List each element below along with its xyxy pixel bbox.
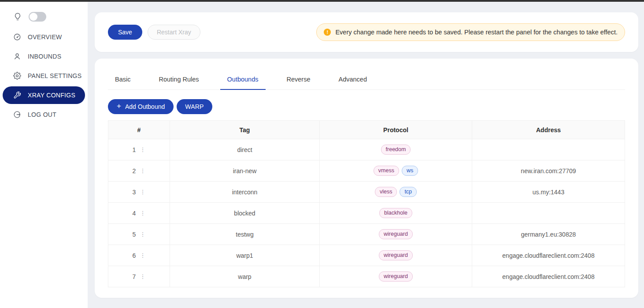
row-menu-icon[interactable]: ⋮ bbox=[140, 274, 145, 279]
config-tabs: Basic Routing Rules Outbounds Reverse Ad… bbox=[108, 70, 625, 90]
sidebar-item-label: XRAY CONFIGS bbox=[28, 92, 75, 99]
protocol-badge: vless bbox=[375, 187, 397, 197]
row-number: 5 bbox=[133, 231, 136, 238]
warning-alert: ! Every change made here needs to be sav… bbox=[316, 23, 625, 41]
protocol-badge: freedom bbox=[381, 145, 411, 155]
outbound-tag: iran-new bbox=[170, 160, 320, 182]
table-row: 2⋮iran-newvmesswsnew.iran.com:27709 bbox=[108, 160, 625, 182]
sidebar-item-inbounds[interactable]: INBOUNDS bbox=[3, 48, 85, 65]
sidebar-item-overview[interactable]: OVERVIEW bbox=[3, 28, 85, 46]
theme-toggle-row bbox=[0, 7, 88, 26]
column-header-protocol: Protocol bbox=[320, 121, 472, 139]
row-number-wrap: 4⋮ bbox=[133, 210, 146, 217]
tab-basic[interactable]: Basic bbox=[108, 70, 137, 89]
row-menu-icon[interactable]: ⋮ bbox=[140, 147, 145, 152]
table-row: 5⋮testwgwireguardgermany1.eu:30828 bbox=[108, 224, 625, 245]
row-number-cell: 7⋮ bbox=[108, 266, 170, 287]
dashboard-icon bbox=[13, 33, 21, 41]
row-number-cell: 4⋮ bbox=[108, 203, 170, 224]
protocol-badge: wireguard bbox=[379, 271, 413, 282]
outbounds-table: # Tag Protocol Address 1⋮directfreedom2⋮… bbox=[108, 120, 625, 287]
sidebar-item-xray-configs[interactable]: XRAY CONFIGS bbox=[3, 86, 85, 104]
table-header-row: # Tag Protocol Address bbox=[108, 121, 625, 139]
toggle-knob bbox=[30, 13, 37, 21]
dark-mode-toggle[interactable] bbox=[29, 12, 46, 22]
protocol-badge: wireguard bbox=[379, 250, 413, 260]
protocol-cell: wireguard bbox=[320, 224, 472, 245]
protocol-cell: freedom bbox=[320, 139, 472, 160]
bulb-icon bbox=[13, 12, 22, 21]
row-menu-icon[interactable]: ⋮ bbox=[140, 231, 145, 237]
protocol-badge: tcp bbox=[400, 187, 417, 197]
row-number-wrap: 2⋮ bbox=[133, 167, 146, 174]
tab-routing-rules[interactable]: Routing Rules bbox=[152, 70, 206, 89]
table-row: 7⋮warpwireguardengage.cloudflareclient.c… bbox=[108, 266, 625, 287]
row-menu-icon[interactable]: ⋮ bbox=[140, 252, 145, 258]
row-number: 4 bbox=[133, 210, 136, 217]
row-number-cell: 3⋮ bbox=[108, 182, 170, 203]
outbound-tag: interconn bbox=[170, 182, 320, 203]
row-number-wrap: 1⋮ bbox=[133, 146, 146, 153]
table-row: 1⋮directfreedom bbox=[108, 139, 625, 160]
row-number-wrap: 6⋮ bbox=[133, 252, 146, 259]
save-button[interactable]: Save bbox=[108, 25, 142, 40]
add-outbound-button[interactable]: + Add Outbound bbox=[108, 99, 174, 114]
column-header-tag: Tag bbox=[170, 121, 320, 139]
warp-button[interactable]: WARP bbox=[177, 99, 212, 114]
toolbar-card: Save Restart Xray ! Every change made he… bbox=[95, 12, 638, 52]
restart-xray-button[interactable]: Restart Xray bbox=[148, 25, 200, 40]
outbound-actions: + Add Outbound WARP bbox=[108, 99, 625, 114]
outbound-address bbox=[472, 139, 625, 160]
outbound-address: engage.cloudflareclient.com:2408 bbox=[472, 266, 625, 287]
protocol-badge: vmess bbox=[374, 166, 399, 176]
row-menu-icon[interactable]: ⋮ bbox=[140, 189, 145, 195]
toolbar-buttons: Save Restart Xray bbox=[108, 25, 200, 40]
main-content: Save Restart Xray ! Every change made he… bbox=[88, 2, 644, 308]
row-number-cell: 6⋮ bbox=[108, 245, 170, 266]
plus-icon: + bbox=[117, 102, 121, 111]
row-number: 3 bbox=[133, 189, 136, 196]
tab-advanced[interactable]: Advanced bbox=[332, 70, 374, 89]
sidebar-item-label: PANEL SETTINGS bbox=[28, 72, 81, 79]
protocol-cell: wireguard bbox=[320, 266, 472, 287]
user-icon bbox=[13, 52, 21, 60]
outbound-address: us.my:1443 bbox=[472, 182, 625, 203]
row-number: 7 bbox=[133, 273, 136, 280]
window-top-edge bbox=[0, 0, 644, 2]
warning-alert-text: Every change made here needs to be saved… bbox=[335, 29, 618, 36]
row-number: 6 bbox=[133, 252, 136, 259]
row-number-cell: 1⋮ bbox=[108, 139, 170, 160]
row-number-cell: 2⋮ bbox=[108, 160, 170, 182]
warning-icon: ! bbox=[324, 29, 331, 36]
sidebar-item-log-out[interactable]: LOG OUT bbox=[3, 106, 85, 123]
protocol-cell: vlesstcp bbox=[320, 182, 472, 203]
tab-outbounds[interactable]: Outbounds bbox=[220, 70, 266, 89]
sidebar-item-label: LOG OUT bbox=[28, 111, 56, 118]
sidebar-item-panel-settings[interactable]: PANEL SETTINGS bbox=[3, 67, 85, 85]
sidebar: OVERVIEW INBOUNDS PANEL SETTINGS bbox=[0, 2, 88, 308]
protocol-cell: vmessws bbox=[320, 160, 472, 182]
outbound-address bbox=[472, 203, 625, 224]
wrench-icon bbox=[13, 91, 21, 99]
protocol-cell: blackhole bbox=[320, 203, 472, 224]
table-row: 4⋮blockedblackhole bbox=[108, 203, 625, 224]
sidebar-item-label: INBOUNDS bbox=[28, 53, 61, 60]
row-number: 1 bbox=[133, 146, 136, 153]
protocol-badge: blackhole bbox=[379, 208, 412, 218]
row-number-cell: 5⋮ bbox=[108, 224, 170, 245]
column-header-number: # bbox=[108, 121, 170, 139]
gear-icon bbox=[13, 72, 21, 80]
outbound-address: new.iran.com:27709 bbox=[472, 160, 625, 182]
protocol-cell: wireguard bbox=[320, 245, 472, 266]
protocol-badge: wireguard bbox=[379, 229, 413, 239]
outbound-address: germany1.eu:30828 bbox=[472, 224, 625, 245]
table-row: 3⋮interconnvlesstcpus.my:1443 bbox=[108, 182, 625, 203]
row-menu-icon[interactable]: ⋮ bbox=[140, 168, 145, 174]
row-menu-icon[interactable]: ⋮ bbox=[140, 210, 145, 216]
protocol-badge: ws bbox=[402, 166, 418, 176]
tab-reverse[interactable]: Reverse bbox=[280, 70, 318, 89]
row-number-wrap: 3⋮ bbox=[133, 189, 146, 196]
row-number-wrap: 7⋮ bbox=[133, 273, 146, 280]
sidebar-item-label: OVERVIEW bbox=[28, 33, 62, 41]
outbound-tag: blocked bbox=[170, 203, 320, 224]
